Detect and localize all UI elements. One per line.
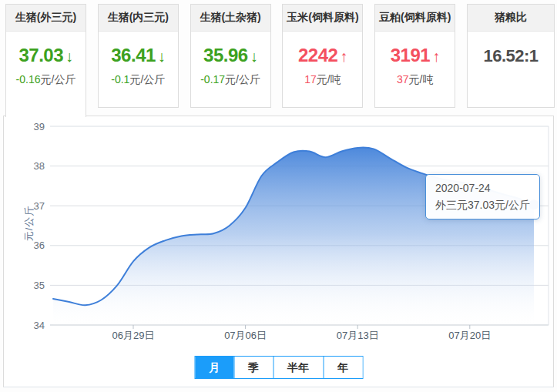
card-title: 生猪(外三元)	[6, 5, 86, 32]
tab-half-year[interactable]: 半年	[273, 357, 323, 378]
tab-year[interactable]: 年	[323, 357, 362, 378]
svg-text:36: 36	[34, 240, 45, 251]
card-change: 17元/吨	[283, 73, 362, 87]
chart-tooltip: 2020-07-24 外三元37.03元/公斤	[425, 174, 540, 219]
svg-text:07月20日: 07月20日	[448, 330, 491, 341]
card-change: -0.17元/公斤	[191, 73, 270, 87]
tooltip-date: 2020-07-24	[435, 180, 530, 197]
card-change: -0.16元/公斤	[6, 73, 86, 87]
tooltip-value: 外三元37.03元/公斤	[435, 197, 530, 214]
up-arrow-icon: ↑	[340, 48, 347, 65]
price-cards-row: 生猪(外三元) 37.03↓ -0.16元/公斤 生猪(内三元) 36.41↓ …	[5, 4, 555, 117]
card-title: 生猪(土杂猪)	[191, 5, 270, 32]
down-arrow-icon: ↓	[65, 48, 73, 65]
svg-text:07月13日: 07月13日	[337, 330, 379, 341]
svg-text:34: 34	[34, 320, 45, 331]
svg-text:35: 35	[34, 280, 45, 291]
card-change: 37元/吨	[375, 73, 455, 87]
card-pig-tuzazhu[interactable]: 生猪(土杂猪) 35.96↓ -0.17元/公斤	[190, 4, 271, 108]
card-pig-neisanyuan[interactable]: 生猪(内三元) 36.41↓ -0.1元/公斤	[98, 4, 179, 108]
card-title: 猪粮比	[468, 5, 554, 32]
period-tab-group: 月 季 半年 年	[194, 356, 363, 379]
card-value: 35.96↓	[191, 45, 270, 66]
card-value: 36.41↓	[99, 45, 178, 66]
card-change: -0.1元/公斤	[99, 73, 178, 87]
card-title: 玉米(饲料原料)	[283, 5, 362, 32]
pig-price-dashboard: 生猪(外三元) 37.03↓ -0.16元/公斤 生猪(内三元) 36.41↓ …	[0, 0, 557, 392]
svg-text:07月06日: 07月06日	[224, 330, 267, 341]
card-value: 37.03↓	[6, 45, 86, 66]
card-value: 2242↑	[283, 45, 362, 66]
card-title: 豆粕(饲料原料)	[375, 5, 455, 32]
card-pig-waisanyuan[interactable]: 生猪(外三元) 37.03↓ -0.16元/公斤	[5, 4, 86, 117]
svg-text:38: 38	[34, 160, 45, 172]
y-axis-title: 元/公斤	[22, 206, 36, 242]
card-corn[interactable]: 玉米(饲料原料) 2242↑ 17元/吨	[282, 4, 363, 108]
card-value: 16.52:1	[468, 46, 554, 66]
tab-quarter[interactable]: 季	[233, 357, 273, 378]
price-area-chart[interactable]: 34353637383906月29日07月06日07月13日07月20日	[0, 116, 557, 356]
down-arrow-icon: ↓	[158, 48, 166, 65]
card-value: 3191↑	[375, 45, 455, 66]
card-title: 生猪(内三元)	[99, 5, 178, 32]
up-arrow-icon: ↑	[432, 48, 440, 65]
svg-text:06月29日: 06月29日	[112, 330, 155, 341]
tab-month[interactable]: 月	[195, 357, 233, 378]
card-soybean-meal[interactable]: 豆粕(饲料原料) 3191↑ 37元/吨	[374, 4, 455, 108]
card-pig-grain-ratio[interactable]: 猪粮比 16.52:1	[467, 4, 555, 108]
svg-text:39: 39	[34, 121, 45, 132]
down-arrow-icon: ↓	[250, 48, 258, 65]
